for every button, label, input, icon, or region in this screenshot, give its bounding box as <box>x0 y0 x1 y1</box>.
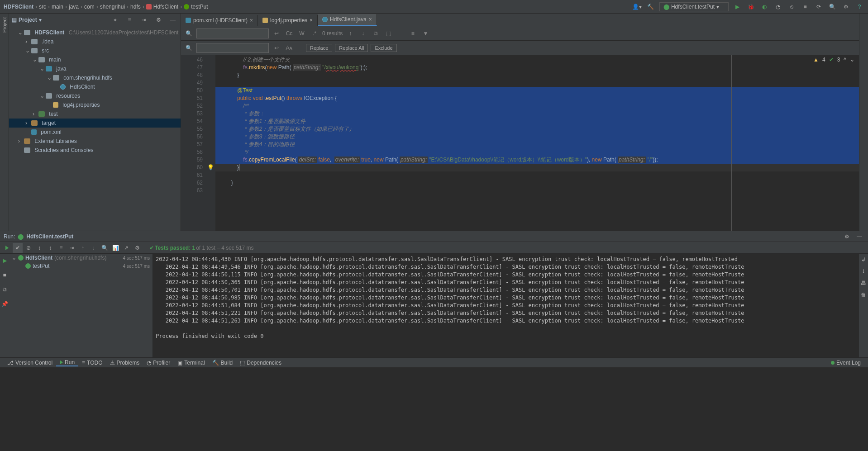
clear-icon[interactable]: 🗑 <box>861 292 866 298</box>
user-icon[interactable]: 👤▾ <box>632 2 642 12</box>
build-icon[interactable]: 🔨 <box>646 2 656 12</box>
word-toggle[interactable]: W <box>297 29 307 38</box>
layout-icon[interactable]: ⧉ <box>0 285 10 294</box>
tree-root[interactable]: ⌄ HDFSClient C:\Users\11200\IdeaProjects… <box>9 28 181 37</box>
tab-log4j[interactable]: log4j.properties× <box>258 15 318 26</box>
code-editor[interactable]: 464748495051525354555657585960616263 // … <box>181 55 859 231</box>
sb-build[interactable]: 🔨Build <box>209 360 237 366</box>
debug-icon[interactable]: 🐞 <box>746 2 756 12</box>
sort-icon[interactable]: ↕ <box>34 243 44 253</box>
tree-res 1ources[interactable]: ⌄ resources <box>9 91 181 100</box>
crumb-7[interactable]: HdfsClient <box>153 4 178 10</box>
tree-idea[interactable]: › .idea <box>9 37 181 46</box>
run-icon[interactable]: ▶ <box>732 2 742 12</box>
stop-tests-icon[interactable]: ⊘ <box>24 243 33 253</box>
run-config-name[interactable]: HdfsClient.testPut <box>26 233 73 240</box>
replace-button[interactable]: Replace <box>306 44 332 52</box>
git-update-icon[interactable]: ⟳ <box>814 2 824 12</box>
sb-deps[interactable]: ⬚Dependencies <box>236 360 285 366</box>
rerun2-icon[interactable]: ▶ <box>0 256 10 266</box>
filter-icon[interactable]: ▼ <box>420 29 430 38</box>
select-opened-icon[interactable]: ⌖ <box>110 15 120 25</box>
up-icon[interactable]: ↑ <box>78 243 88 253</box>
print-icon[interactable]: 🖶 <box>861 280 866 286</box>
panel-settings-icon[interactable]: ⚙ <box>153 15 163 25</box>
sb-profiler[interactable]: ◔Profiler <box>143 360 174 366</box>
expand-all-icon[interactable]: ≡ <box>124 15 134 25</box>
replace-input[interactable] <box>196 43 269 53</box>
scroll-end-icon[interactable]: ⤓ <box>861 268 866 275</box>
profile-icon[interactable]: ◔ <box>773 2 783 12</box>
next-match-icon[interactable]: ↓ <box>358 29 368 38</box>
expand-icon[interactable]: ≡ <box>56 243 66 253</box>
tree-package[interactable]: ⌄ com.shengrihui.hdfs <box>9 73 181 82</box>
crumb-3[interactable]: java <box>69 4 79 10</box>
new-window-icon[interactable]: ⬚ <box>383 29 393 38</box>
code-body[interactable]: // 2.创建一个文件夹 fs.mkdirs(new Path( pathStr… <box>215 55 859 231</box>
tree-extlib[interactable]: › External Libraries <box>9 137 181 146</box>
settings-icon[interactable]: ⚙ <box>841 2 851 12</box>
close-icon[interactable]: × <box>310 17 313 24</box>
close-icon[interactable]: × <box>369 16 372 23</box>
sb-vcs[interactable]: ⎇Version Control <box>4 360 56 366</box>
import-icon[interactable]: 🔍 <box>100 243 110 253</box>
prev-match-icon[interactable]: ↑ <box>345 29 355 38</box>
run-settings-icon[interactable]: ⚙ <box>842 232 852 242</box>
sb-event-log[interactable]: Event Log <box>827 360 864 366</box>
test-row-class[interactable]: ⌄ HdfsClient (com.shengrihui.hdfs) 4 sec… <box>9 254 153 262</box>
exclude-button[interactable]: Exclude <box>371 44 396 52</box>
run-config-select[interactable]: ⬤ HdfsClient.testPut ▾ <box>659 2 729 11</box>
attach-icon[interactable]: ⎋ <box>787 2 796 12</box>
rerun-icon[interactable] <box>2 243 12 253</box>
chevron-down-icon[interactable]: ⌄ <box>850 57 854 63</box>
collapse-all-icon[interactable]: ⇥ <box>139 15 149 25</box>
collapse-icon[interactable]: ⇥ <box>67 243 77 253</box>
crumb-2[interactable]: main <box>52 4 63 10</box>
inspection-badges[interactable]: ▲4 ✔3 ^ ⌄ <box>813 57 854 63</box>
tab-hdfsclient[interactable]: HdfsClient.java× <box>318 14 377 26</box>
sort2-icon[interactable]: ↕ <box>45 243 55 253</box>
find-input[interactable] <box>196 28 269 38</box>
history-icon[interactable]: ↗ <box>121 243 131 253</box>
crumb-5[interactable]: shengrihui <box>100 4 125 10</box>
history2-icon[interactable]: ↩ <box>272 43 281 52</box>
tree-target[interactable]: › target <box>9 119 181 128</box>
replace-all-button[interactable]: Replace All <box>335 44 368 52</box>
down-icon[interactable]: ↓ <box>89 243 99 253</box>
case-toggle[interactable]: Cc <box>284 29 294 38</box>
tree-java[interactable]: ⌄ java <box>9 64 181 73</box>
sb-todo[interactable]: ≡TODO <box>78 360 106 366</box>
crumb-6[interactable]: hdfs <box>130 4 141 10</box>
tree-log4j[interactable]: log4j.properties <box>9 100 181 109</box>
crumb-4[interactable]: com <box>84 4 95 10</box>
help-icon[interactable]: ? <box>854 2 864 12</box>
export-icon[interactable]: 📊 <box>110 243 120 253</box>
sb-problems[interactable]: ⚠Problems <box>106 360 143 366</box>
tree-pom[interactable]: pom.xml <box>9 128 181 137</box>
crumb-1[interactable]: src <box>39 4 46 10</box>
search-icon[interactable]: 🔍 <box>184 29 194 38</box>
tree-src[interactable]: ⌄ src <box>9 46 181 55</box>
coverage-icon[interactable]: ◐ <box>759 2 769 12</box>
project-panel-title[interactable]: ▤Project▾ <box>12 17 110 23</box>
test-row-method[interactable]: testPut 4 sec 517 ms <box>9 262 153 270</box>
soft-wrap-icon[interactable]: ↲ <box>861 256 866 263</box>
tree-scratch[interactable]: Scratches and Consoles <box>9 146 181 155</box>
stop-icon[interactable]: ■ <box>800 2 810 12</box>
tree-test[interactable]: › test <box>9 109 181 119</box>
select-all-icon[interactable]: ⧉ <box>371 29 381 38</box>
replace-icon[interactable]: 🔍 <box>184 43 194 52</box>
case-preserve-icon[interactable]: Aᴀ <box>284 43 294 52</box>
tree-class[interactable]: HdfsClient <box>9 82 181 91</box>
search-everywhere-icon[interactable]: 🔍 <box>827 2 837 12</box>
toggle-tests-icon[interactable]: ✔ <box>13 243 23 253</box>
chevron-up-icon[interactable]: ^ <box>844 57 846 63</box>
sb-run[interactable]: Run <box>56 359 78 366</box>
pin2-icon[interactable]: 📌 <box>0 299 10 309</box>
pin-icon[interactable]: ≡ <box>408 29 418 38</box>
gear-icon[interactable]: ⚙ <box>132 243 142 253</box>
crumb-0[interactable]: HDFSClient <box>4 4 33 10</box>
sb-terminal[interactable]: ▣Terminal <box>174 360 208 366</box>
crumb-8[interactable]: testPut <box>191 4 208 10</box>
run-minimize-icon[interactable]: — <box>854 232 864 242</box>
